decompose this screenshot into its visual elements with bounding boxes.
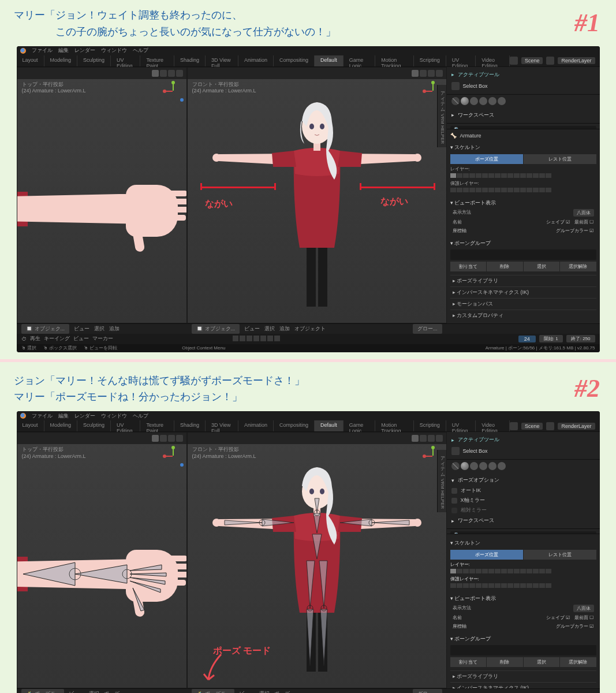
tl-marker[interactable]: マーカー	[92, 335, 113, 342]
shading-balls[interactable]	[447, 460, 600, 472]
assign-btn[interactable]: 割り当て	[450, 657, 487, 667]
ws-tab[interactable]: Layout	[17, 420, 44, 431]
menu-render[interactable]: レンダー	[74, 47, 95, 54]
shading-icon[interactable]	[168, 70, 175, 77]
ws-tab[interactable]: Layout	[17, 55, 44, 66]
vp-menu-add[interactable]: 追加	[109, 325, 120, 333]
prop-viewport[interactable]: ビューポート表示	[454, 595, 496, 601]
viewport-left[interactable]: トップ・平行投影(24) Armature : LowerArm.L	[17, 432, 187, 688]
outliner[interactable]: 🔍 ▾ Scene ▸📁 ビューレイヤー▸📁 シーンコレクション▾📁 オブジェク…	[447, 529, 600, 534]
ws-tab[interactable]: Modeling	[44, 55, 78, 66]
nav-gizmo[interactable]	[165, 83, 182, 100]
menu-render[interactable]: レンダー	[74, 412, 95, 420]
orient-dropdown[interactable]: グロー...	[413, 324, 442, 334]
ws-tab[interactable]: Shading	[174, 420, 206, 431]
deselect-btn[interactable]: 選択解除	[560, 262, 596, 271]
prop-poselib[interactable]: ▸ ポーズライブラリ	[450, 670, 596, 682]
shading-icon[interactable]	[152, 70, 159, 77]
tl-keying[interactable]: キーイング	[44, 335, 70, 342]
renderlayer-dropdown[interactable]: RenderLayer	[558, 423, 595, 430]
pose-options-section[interactable]: ポーズオプション	[458, 476, 499, 484]
ws-tab[interactable]: Game Logic	[344, 420, 376, 431]
prop-viewport[interactable]: ビューポート表示	[454, 200, 496, 206]
mode-dropdown-pose[interactable]: 🕺 ポーズモ...	[192, 689, 235, 693]
prop-ik[interactable]: ▸ インバースキネマティクス (IK)	[450, 286, 596, 298]
n-panel-tab[interactable]: アイテム VRM HELPER	[437, 450, 446, 512]
ws-tab[interactable]: Video Editing	[476, 420, 510, 431]
ws-tab[interactable]: Texture Paint	[140, 55, 174, 66]
ws-tab[interactable]: 3D View Full	[206, 55, 238, 66]
workspace-section[interactable]: ワークスペース	[458, 517, 494, 524]
prop-bone-group[interactable]: ボーングループ	[454, 240, 491, 246]
ws-tab[interactable]: UV Editing	[111, 420, 140, 431]
start-frame-field[interactable]: 開始: 1	[539, 335, 563, 342]
renderlayer-dropdown[interactable]: RenderLayer	[558, 57, 595, 64]
layer-grid[interactable]	[450, 173, 596, 178]
ws-tab-active[interactable]: Default	[315, 55, 344, 66]
prop-skeleton[interactable]: スケルトン	[454, 540, 480, 546]
rest-position-btn[interactable]: レスト位置	[524, 550, 596, 560]
select-box-label[interactable]: Select Box	[463, 83, 488, 89]
prop-motionpath[interactable]: ▸ モーションパス	[450, 298, 596, 310]
ws-tab[interactable]: Scripting	[414, 55, 446, 66]
prop-poselib[interactable]: ▸ ポーズライブラリ	[450, 275, 596, 286]
ws-tab[interactable]: Compositing	[274, 55, 315, 66]
menu-help[interactable]: ヘルプ	[133, 412, 148, 420]
menu-edit[interactable]: 編集	[58, 47, 69, 54]
scene-dropdown[interactable]: Scene	[521, 57, 543, 64]
vp-menu-object[interactable]: オブジェクト	[294, 325, 326, 333]
disp-method-value[interactable]: 八面体	[573, 605, 594, 612]
vp-menu-view[interactable]: ビュー	[239, 690, 255, 693]
orient-dropdown[interactable]: グロー...	[413, 689, 442, 693]
menu-edit[interactable]: 編集	[58, 412, 69, 420]
vp-menu-pose[interactable]: ポーズ	[104, 690, 120, 693]
menu-file[interactable]: ファイル	[32, 47, 53, 54]
ws-tab[interactable]: Modeling	[44, 420, 78, 431]
remove-btn[interactable]: 削除	[487, 262, 523, 271]
n-panel-tab[interactable]: アイテム VRM HELPER	[437, 85, 446, 147]
vp-menu-add[interactable]: 追加	[279, 325, 290, 333]
ws-tab[interactable]: UV Editing	[446, 55, 476, 66]
tl-view[interactable]: ビュー	[73, 335, 89, 342]
end-frame-field[interactable]: 終了: 250	[566, 335, 595, 342]
shading-icon[interactable]	[160, 70, 167, 77]
ws-tab[interactable]: Game Logic	[344, 55, 376, 66]
scene-dropdown[interactable]: Scene	[521, 423, 543, 430]
select-btn[interactable]: 選択	[524, 657, 560, 667]
shading-icon[interactable]	[176, 70, 183, 77]
menu-help[interactable]: ヘルプ	[133, 47, 148, 54]
ws-tab[interactable]: Scripting	[414, 420, 446, 431]
ws-tab[interactable]: Sculpting	[77, 55, 111, 66]
ws-tab[interactable]: Motion Tracking	[375, 420, 413, 431]
relmirror-check[interactable]	[451, 508, 457, 513]
viewport-center[interactable]: フロント・平行投影 (24) Armature : LowerArm.L アイテ…	[187, 67, 447, 323]
menu-window[interactable]: ウィンドウ	[101, 47, 127, 54]
ws-tab[interactable]: Animation	[238, 55, 274, 66]
shading-icon[interactable]	[428, 70, 435, 77]
vp-menu-select[interactable]: 選択	[259, 690, 270, 693]
playback-controls[interactable]	[232, 336, 281, 342]
prop-bone-group[interactable]: ボーングループ	[454, 636, 491, 642]
disp-method-value[interactable]: 八面体	[573, 209, 594, 217]
nav-gizmo[interactable]	[165, 448, 182, 465]
layer-grid[interactable]	[450, 569, 596, 573]
select-btn[interactable]: 選択	[524, 262, 560, 271]
workspace-section[interactable]: ワークスペース	[458, 111, 494, 119]
vp-menu-pose[interactable]: ポーズ	[274, 690, 290, 693]
vp-menu-select[interactable]: 選択	[89, 690, 99, 693]
prot-layer-grid[interactable]	[450, 188, 596, 192]
ws-tab[interactable]: Sculpting	[77, 420, 111, 431]
ws-tab-active[interactable]: Default	[315, 420, 344, 431]
shading-icon[interactable]	[436, 70, 443, 77]
current-frame[interactable]: 24	[518, 336, 536, 342]
ws-tab[interactable]: Animation	[238, 420, 274, 431]
vp-menu-view[interactable]: ビュー	[69, 690, 84, 693]
name-chk[interactable]: 名前	[453, 219, 462, 225]
prop-customprop[interactable]: ▸ カスタムプロパティ	[450, 310, 596, 321]
assign-btn[interactable]: 割り当て	[450, 262, 487, 271]
menu-file[interactable]: ファイル	[32, 412, 53, 420]
timeline[interactable]: ⏱ 再生 キーイング ビュー マーカー 24 開始: 1 終了: 250	[17, 334, 600, 344]
vp-menu-view[interactable]: ビュー	[74, 325, 89, 333]
ws-tab[interactable]: Motion Tracking	[375, 55, 413, 66]
viewport-center[interactable]: フロント・平行投影(24) Armature : LowerArm.L アイテム…	[187, 432, 447, 688]
